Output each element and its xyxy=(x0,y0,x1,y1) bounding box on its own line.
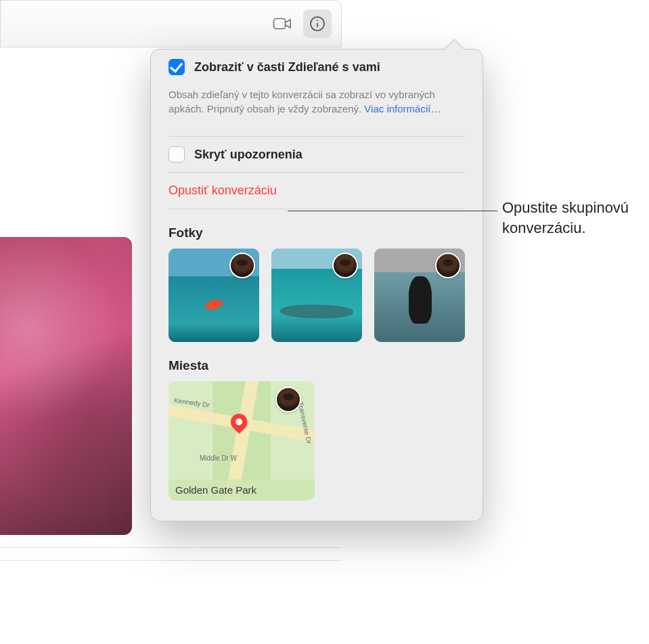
shared-photo-thumbnail[interactable] xyxy=(169,249,259,342)
video-icon xyxy=(273,16,292,32)
more-info-link[interactable]: Viac informácií… xyxy=(364,103,441,114)
callout-leader-line xyxy=(288,211,497,211)
sender-avatar xyxy=(332,253,358,278)
shared-photo-thumbnail[interactable] xyxy=(374,249,465,342)
message-field-divider xyxy=(0,535,342,561)
shared-photo-thumbnail[interactable] xyxy=(271,249,362,342)
conversation-details-popover: Zobraziť v časti Zdieľané s vami Obsah z… xyxy=(150,49,483,521)
map-pin-icon xyxy=(227,410,250,433)
leave-conversation-button[interactable]: Opustiť konverzáciu xyxy=(169,173,465,209)
callout-text: Opustite skupinovú konverzáciu. xyxy=(502,198,649,238)
conversation-background-image xyxy=(0,237,132,535)
places-section-title: Miesta xyxy=(169,342,465,381)
hide-alerts-checkbox[interactable] xyxy=(169,146,185,163)
sender-avatar xyxy=(435,253,461,278)
show-in-shared-label: Zobraziť v časti Zdieľané s vami xyxy=(194,60,380,74)
sender-avatar xyxy=(229,253,255,278)
shared-with-you-description: Obsah zdieľaný v tejto konverzácii sa zo… xyxy=(169,85,465,136)
photos-section-title: Fotky xyxy=(169,209,465,249)
map-road-label: Kennedy Dr xyxy=(173,396,210,408)
shared-photos-row xyxy=(169,249,465,342)
conversation-details-button[interactable] xyxy=(303,9,332,38)
svg-rect-0 xyxy=(274,19,286,29)
location-name-label: Golden Gate Park xyxy=(169,479,315,500)
svg-point-3 xyxy=(317,20,318,21)
facetime-video-button[interactable] xyxy=(268,9,296,38)
map-road-label: Middle Dr W xyxy=(200,454,237,462)
window-toolbar xyxy=(0,0,342,47)
show-in-shared-checkbox[interactable] xyxy=(169,59,185,75)
hide-alerts-row[interactable]: Skryť upozornenia xyxy=(169,137,465,172)
shared-location-thumbnail[interactable]: Kennedy Dr Middle Dr W Transverse Dr Gol… xyxy=(169,381,315,500)
map-road-label: Transverse Dr xyxy=(297,402,313,445)
sender-avatar xyxy=(275,387,301,412)
show-in-shared-with-you-row[interactable]: Zobraziť v časti Zdieľané s vami xyxy=(169,49,465,85)
hide-alerts-label: Skryť upozornenia xyxy=(194,148,303,162)
info-icon xyxy=(308,16,327,32)
